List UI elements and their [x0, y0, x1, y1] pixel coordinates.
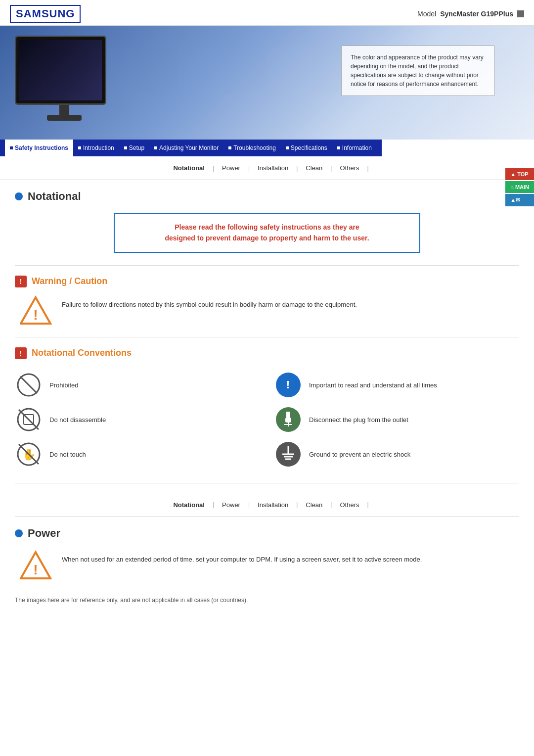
hero-text-box: The color and appearance of the product … [341, 46, 494, 96]
nav-item-trouble[interactable]: Troubleshooting [223, 140, 281, 156]
tab-installation-bottom[interactable]: Installation [250, 499, 296, 511]
warning-description: Failure to follow directions noted by th… [62, 300, 357, 310]
info-icon-circle: ! [276, 373, 301, 397]
monitor-stand-base [47, 115, 82, 121]
nav-wrapper: Safety Instructions Introduction Setup A… [0, 140, 534, 156]
header: SAMSUNG Model SyncMaster G19PPlus [0, 0, 534, 26]
warning-red-icon: ! [15, 276, 27, 287]
tab-nav: Notational | Power | Installation | Clea… [0, 156, 534, 180]
important-label: Important to read and understand at all … [309, 381, 437, 389]
convention-prohibited: Prohibited [15, 372, 260, 399]
nav-dot-setup [124, 146, 127, 149]
nav-dot-specs [286, 146, 289, 149]
tab-sep-5: | [367, 165, 368, 172]
power-blue-dot [15, 529, 23, 537]
tab-installation[interactable]: Installation [250, 162, 296, 174]
monitor-body [15, 36, 106, 105]
nav-bar: Safety Instructions Introduction Setup A… [0, 140, 382, 156]
main-icon: ⌂ [510, 184, 514, 190]
convention-ground: Ground to prevent an electric shock [274, 441, 519, 468]
nav-item-safety[interactable]: Safety Instructions [5, 140, 73, 156]
divider-1 [15, 265, 519, 266]
model-icon [517, 10, 524, 17]
ground-icon-wrap [274, 441, 302, 468]
prohibited-icon-wrap [15, 372, 42, 399]
tab-notational[interactable]: Notational [165, 162, 213, 174]
nav-dot-trouble [228, 146, 231, 149]
samsung-logo: SAMSUNG [10, 5, 81, 23]
hero-banner: The color and appearance of the product … [0, 26, 534, 140]
svg-rect-12 [290, 414, 292, 418]
main-button[interactable]: ⌂ MAIN [505, 181, 534, 193]
tab-others-bottom[interactable]: Others [332, 499, 367, 511]
floating-buttons: ▲ TOP ⌂ MAIN ▲✉ [505, 168, 534, 206]
model-label: Model [417, 10, 436, 18]
disassemble-svg [16, 407, 41, 432]
nav-label-intro: Introduction [83, 144, 114, 151]
disassemble-icon-wrap [15, 406, 42, 433]
conventions-grid: Prohibited ! Important to read and under… [15, 367, 519, 473]
nav-dot-adjust [154, 146, 157, 149]
prohibited-svg [16, 373, 41, 397]
svg-text:!: ! [33, 307, 38, 323]
nav-dot-safety [10, 146, 13, 149]
monitor-stand-neck [59, 105, 69, 115]
important-icon-wrap: ! [274, 372, 302, 399]
email-icon: ▲✉ [510, 197, 520, 203]
tab-power[interactable]: Power [214, 162, 248, 174]
prohibited-label: Prohibited [49, 381, 79, 389]
convention-important: ! Important to read and understand at al… [274, 372, 519, 399]
hero-monitor [15, 36, 114, 125]
conventions-section: ! Notational Conventions Prohibited ! [15, 347, 519, 473]
main-button-label: MAIN [515, 184, 529, 190]
nav-item-adjust[interactable]: Adjusting Your Monitor [149, 140, 223, 156]
model-name: SyncMaster G19PPlus [440, 10, 513, 18]
plug-svg [279, 411, 297, 428]
nav-dot-info [337, 146, 340, 149]
tab-clean-bottom[interactable]: Clean [298, 499, 330, 511]
svg-rect-11 [285, 414, 286, 418]
nav-items-row: Safety Instructions Introduction Setup A… [5, 140, 377, 156]
top-button[interactable]: ▲ TOP [505, 168, 534, 180]
tab-clean[interactable]: Clean [298, 162, 330, 174]
power-warning-body: ! When not used for an extended period o… [15, 550, 519, 582]
conventions-red-icon: ! [15, 347, 27, 359]
divider-2 [15, 337, 519, 337]
notational-section-title: Notational [15, 190, 519, 203]
warning-title: Warning / Caution [32, 276, 107, 286]
email-button[interactable]: ▲✉ [505, 194, 534, 206]
nav-item-setup[interactable]: Setup [119, 140, 149, 156]
power-description: When not used for an extended period of … [62, 555, 422, 565]
nav-item-intro[interactable]: Introduction [73, 140, 119, 156]
monitor-screen [19, 40, 102, 100]
convention-notouch: ✋ Do not touch [15, 441, 260, 468]
conventions-header: ! Notational Conventions [15, 347, 519, 359]
safety-notice-line1: Please read the following safety instruc… [175, 223, 359, 231]
nav-label-info: Information [342, 144, 372, 151]
convention-disconnect: Disconnect the plug from the outlet [274, 406, 519, 433]
top-button-label: TOP [517, 171, 528, 177]
svg-rect-8 [285, 418, 291, 423]
conventions-title: Notational Conventions [32, 348, 132, 358]
footer-note: The images here are for reference only, … [15, 592, 519, 604]
tab-others[interactable]: Others [332, 162, 367, 174]
notational-heading: Notational [28, 190, 81, 203]
nav-item-info[interactable]: Information [332, 140, 377, 156]
tab-sep-b5: | [367, 501, 368, 508]
warning-section: ! Warning / Caution ! Failure to follow … [15, 276, 519, 327]
tab-notational-bottom[interactable]: Notational [165, 499, 213, 511]
svg-rect-7 [286, 412, 290, 419]
notational-blue-dot [15, 192, 23, 200]
convention-disassemble: Do not disassemble [15, 406, 260, 433]
ground-icon-circle [276, 442, 301, 467]
warning-triangle-icon: ! [20, 295, 52, 327]
svg-line-3 [20, 377, 37, 393]
plug-icon-circle [276, 407, 301, 432]
tab-power-bottom[interactable]: Power [214, 499, 248, 511]
nav-item-specs[interactable]: Specifications [281, 140, 332, 156]
warning-header: ! Warning / Caution [15, 276, 519, 287]
disconnect-icon-wrap [274, 406, 302, 433]
safety-notice-line2: designed to prevent damage to property a… [165, 234, 369, 242]
power-warning-triangle: ! [20, 550, 52, 582]
model-info: Model SyncMaster G19PPlus [417, 10, 524, 18]
